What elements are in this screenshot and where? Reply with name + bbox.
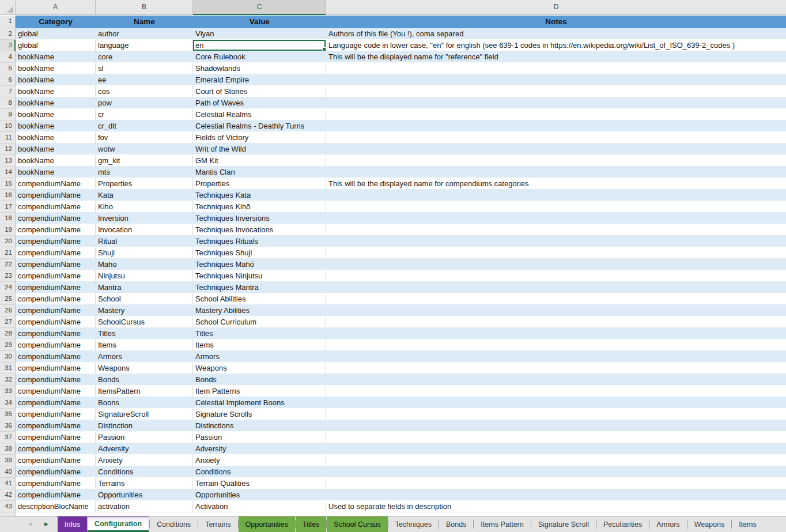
sheet-tab-signature-scroll[interactable]: Signature Scroll [531, 516, 596, 532]
cell-category[interactable]: compendiumName [16, 420, 96, 432]
cell-name[interactable]: fov [96, 132, 193, 144]
row-header[interactable]: 28 [0, 328, 16, 339]
cell-notes[interactable] [326, 132, 786, 144]
cell-value[interactable]: Conditions [193, 466, 326, 478]
cell-notes[interactable] [326, 305, 786, 316]
cell-value[interactable]: Mantis Clan [193, 167, 326, 178]
cell-name[interactable]: Maho [96, 259, 193, 270]
cell-name[interactable]: Titles [96, 328, 193, 339]
cell-value[interactable]: Opportunities [193, 489, 326, 501]
cell-value[interactable]: School Abilities [193, 293, 326, 305]
row-header[interactable]: 8 [0, 97, 16, 109]
row-header[interactable]: 36 [0, 420, 16, 432]
cell-category[interactable]: bookName [16, 132, 96, 144]
cell-notes[interactable] [326, 293, 786, 305]
cell-category[interactable]: bookName [16, 63, 96, 74]
cell-category[interactable]: bookName [16, 74, 96, 86]
cell-name[interactable]: Items [96, 339, 193, 351]
sheet-nav-right-icon[interactable]: ▶ [44, 522, 48, 527]
cell-notes[interactable] [326, 86, 786, 97]
cell-category[interactable]: compendiumName [16, 316, 96, 328]
cell-notes[interactable]: Used to separate fields in description [326, 501, 786, 512]
column-header-b[interactable]: B [96, 0, 193, 15]
row-header[interactable]: 22 [0, 259, 16, 270]
row-header[interactable]: 19 [0, 224, 16, 236]
cell-category[interactable]: compendiumName [16, 305, 96, 316]
cell-value[interactable]: Signature Scrolls [193, 409, 326, 420]
cell-name[interactable]: Distinction [96, 420, 193, 432]
cell-value[interactable]: Vlyan [193, 28, 326, 40]
row-header[interactable]: 40 [0, 466, 16, 478]
cell-name[interactable]: Ritual [96, 236, 193, 247]
cell-name[interactable]: Mastery [96, 305, 193, 316]
row-header[interactable]: 37 [0, 432, 16, 443]
cell-value[interactable]: Passion [193, 432, 326, 443]
cell-notes[interactable] [326, 328, 786, 339]
cell-name[interactable]: core [96, 51, 193, 63]
cell-category[interactable]: bookName [16, 155, 96, 167]
cell-notes[interactable] [326, 316, 786, 328]
cell-category[interactable]: bookName [16, 167, 96, 178]
cell-value[interactable]: Armors [193, 351, 326, 363]
cell-notes[interactable] [326, 109, 786, 120]
cell-category[interactable]: bookName [16, 86, 96, 97]
cell-category[interactable]: compendiumName [16, 478, 96, 489]
cell-value[interactable]: Emerald Empire [193, 74, 326, 86]
cell-value[interactable]: GM Kit [193, 155, 326, 167]
cell-notes[interactable] [326, 120, 786, 132]
cell-name[interactable]: cos [96, 86, 193, 97]
cell-name[interactable]: sl [96, 63, 193, 74]
cell-value[interactable]: Activation [193, 501, 326, 512]
cell-category[interactable]: bookName [16, 144, 96, 155]
cell-category[interactable]: bookName [16, 97, 96, 109]
cell-name[interactable]: SchoolCursus [96, 316, 193, 328]
cell-notes[interactable] [326, 236, 786, 247]
cell-category[interactable]: compendiumName [16, 397, 96, 409]
cell-notes[interactable] [326, 201, 786, 213]
cell-value[interactable]: Techniques Mantra [193, 282, 326, 293]
row-header[interactable]: 17 [0, 201, 16, 213]
row-header[interactable]: 13 [0, 155, 16, 167]
cell-notes[interactable] [326, 155, 786, 167]
row-header[interactable]: 27 [0, 316, 16, 328]
cell-value[interactable]: Terrain Qualities [193, 478, 326, 489]
row-header[interactable]: 43 [0, 501, 16, 512]
cell-name[interactable]: Invocation [96, 224, 193, 236]
cell-value[interactable]: Techniques Ninjutsu [193, 270, 326, 282]
cell-category[interactable]: compendiumName [16, 374, 96, 386]
cell-name[interactable]: gm_kit [96, 155, 193, 167]
cell-value[interactable]: Weapons [193, 363, 326, 374]
cell-notes[interactable]: This will be the displayed name for "ref… [326, 51, 786, 63]
cell-category[interactable]: compendiumName [16, 466, 96, 478]
cell-notes[interactable] [326, 478, 786, 489]
row-header[interactable]: 33 [0, 386, 16, 397]
cell-value[interactable]: Techniques Invocations [193, 224, 326, 236]
cell-category[interactable]: compendiumName [16, 455, 96, 466]
cell-notes[interactable] [326, 167, 786, 178]
cell-notes[interactable] [326, 443, 786, 455]
cell-value[interactable]: Items [193, 339, 326, 351]
cell-category[interactable]: bookName [16, 120, 96, 132]
cell-notes[interactable] [326, 409, 786, 420]
cell-notes[interactable] [326, 386, 786, 397]
cell-name[interactable]: Mantra [96, 282, 193, 293]
row-header[interactable]: 39 [0, 455, 16, 466]
cell-name[interactable]: ee [96, 74, 193, 86]
sheet-tab-infos[interactable]: Infos [58, 516, 87, 532]
cell-name[interactable]: cr [96, 109, 193, 120]
row-header[interactable]: 25 [0, 293, 16, 305]
select-all-corner[interactable] [0, 0, 16, 15]
cell-category[interactable]: compendiumName [16, 386, 96, 397]
cell-name[interactable]: mts [96, 167, 193, 178]
cell-category[interactable]: bookName [16, 109, 96, 120]
row-header[interactable]: 4 [0, 51, 16, 63]
cell-notes[interactable] [326, 74, 786, 86]
cell-notes[interactable] [326, 420, 786, 432]
cell-value[interactable]: School Curriculum [193, 316, 326, 328]
cell-notes[interactable] [326, 63, 786, 74]
cell-name[interactable]: Properties [96, 178, 193, 190]
row-header[interactable]: 38 [0, 443, 16, 455]
cell-category[interactable]: compendiumName [16, 190, 96, 201]
row-header[interactable]: 26 [0, 305, 16, 316]
row-header[interactable]: 18 [0, 213, 16, 224]
